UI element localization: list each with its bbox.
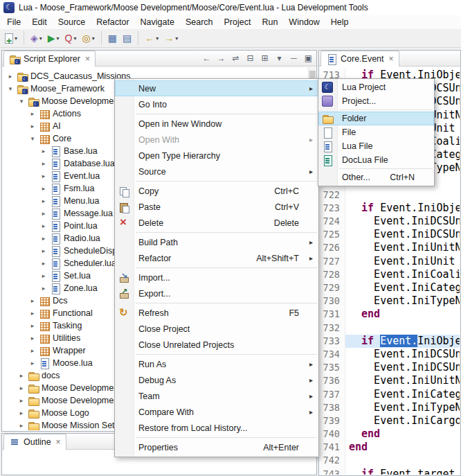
menubar-item-project[interactable]: Project	[219, 15, 257, 29]
context-menu-item-delete[interactable]: DeleteDelete	[115, 215, 318, 231]
context-menu-item-restore-from-local-history[interactable]: Restore from Local History...	[115, 420, 318, 436]
expander-icon[interactable]: ▸	[29, 335, 36, 342]
context-menu-item-import[interactable]: Import...	[115, 270, 318, 285]
expander-icon[interactable]: ▸	[18, 409, 25, 416]
tab-script-explorer[interactable]: Script Explorer	[3, 51, 96, 67]
tab-core-event[interactable]: Core.Event	[320, 51, 399, 67]
toolbar-back-button[interactable]: ←▾	[143, 30, 161, 46]
expander-icon[interactable]: ▸	[29, 123, 36, 130]
menubar-item-window[interactable]: Window	[283, 15, 325, 29]
new-submenu-item-doclua-file[interactable]: DocLua File	[318, 153, 434, 167]
close-icon[interactable]	[85, 55, 90, 63]
context-menu-item-new[interactable]: New▸	[115, 80, 318, 96]
expander-icon[interactable]: ▸	[40, 235, 47, 242]
context-menu-item-open-type-hierarchy[interactable]: Open Type Hierarchy	[115, 148, 318, 164]
new-submenu-item-other[interactable]: Other...Ctrl+N	[318, 170, 434, 184]
collapse-all-icon[interactable]: ⊟	[244, 53, 256, 64]
expander-icon[interactable]: ▸	[40, 185, 47, 192]
toolbar-new-wizard-button[interactable]: +▾	[3, 30, 19, 46]
menubar-item-run[interactable]: Run	[256, 15, 283, 29]
new-submenu-item-lua-file[interactable]: Lua File	[318, 139, 434, 153]
toolbar-coverage-button[interactable]: Q▾	[63, 30, 79, 46]
code-line[interactable]: 726 Event.IniUnitName = Event.IniDCSUnit…	[320, 241, 460, 254]
menubar-item-source[interactable]: Source	[53, 15, 91, 29]
close-icon[interactable]	[389, 55, 394, 63]
expander-icon[interactable]: ▾	[7, 85, 14, 92]
code-line[interactable]: 722	[320, 188, 460, 202]
forward-icon[interactable]: →	[215, 53, 227, 64]
code-line[interactable]: 724 Event.IniDCSUnit = Event.initiator	[320, 215, 460, 228]
expander-icon[interactable]: ▸	[40, 160, 47, 167]
code-line[interactable]: 732	[320, 321, 460, 335]
view-menu-icon[interactable]: ▾	[273, 53, 285, 64]
code-line[interactable]: 733 if Event.IniObjectCategory == Object…	[320, 335, 460, 348]
expander-icon[interactable]: ▸	[40, 285, 47, 292]
code-line[interactable]: 723 if Event.IniObjectCategory == Object…	[320, 202, 460, 215]
menubar-item-help[interactable]: Help	[325, 15, 354, 29]
toolbar-search-button[interactable]: ◎▾	[80, 30, 97, 46]
expander-icon[interactable]: ▾	[18, 98, 25, 105]
expander-icon[interactable]: ▸	[40, 197, 47, 204]
code-line[interactable]: 740 end	[320, 427, 460, 441]
new-submenu-item-lua-project[interactable]: Lua Project	[318, 80, 434, 94]
expander-icon[interactable]: ▸	[29, 310, 36, 317]
menubar-item-search[interactable]: Search	[180, 15, 219, 29]
expander-icon[interactable]: ▸	[40, 260, 47, 267]
code-line[interactable]: 728 Event.IniCoalition = Event.IniDCSUni…	[320, 268, 460, 281]
context-menu-item-refactor[interactable]: RefactorAlt+Shift+T▸	[115, 250, 318, 266]
code-line[interactable]: 725 Event.IniDCSUnitName = Event.IniDCSU…	[320, 228, 460, 241]
code-line[interactable]: 729 Event.IniCategory = Event.IniDCSUnit…	[320, 281, 460, 294]
code-line[interactable]: 727 Event.IniUnit = STATIC:FindByName( E…	[320, 255, 460, 268]
toolbar-run-button[interactable]: ▶▾	[46, 30, 62, 46]
expander-icon[interactable]: ▸	[40, 173, 47, 179]
expander-icon[interactable]: ▸	[18, 397, 25, 404]
toolbar-forward-button[interactable]: →▾	[162, 30, 180, 46]
expander-icon[interactable]: ▸	[40, 247, 47, 254]
context-menu-item-team[interactable]: Team▸	[115, 388, 318, 404]
context-menu-item-run-as[interactable]: Run As▸	[115, 356, 318, 372]
context-menu-item-export[interactable]: Export...	[115, 285, 318, 301]
new-submenu-item-folder[interactable]: Folder	[318, 112, 434, 125]
toolbar-debug-button[interactable]: ◈▾	[28, 30, 44, 46]
new-submenu-item-file[interactable]: File	[318, 125, 434, 139]
focus-view-icon[interactable]: ⊞	[259, 53, 271, 64]
close-icon[interactable]	[56, 438, 61, 446]
code-line[interactable]: 739 Event.IniCargo = CARGO:FindByName( E…	[320, 414, 460, 427]
back-icon[interactable]: ←	[201, 53, 213, 64]
expander-icon[interactable]: ▸	[18, 385, 25, 391]
toolbar-show-view-button[interactable]: ▤	[120, 30, 134, 46]
code-line[interactable]: 734 Event.IniDCSUnit = Event.initiator	[320, 348, 460, 361]
code-line[interactable]: 738 Event.IniTypeName = Event.IniDCSUnit…	[320, 401, 460, 414]
context-menu-item-copy[interactable]: CopyCtrl+C	[115, 183, 318, 199]
code-line[interactable]: 735 Event.IniDCSUnitName = Event.IniDCSU…	[320, 361, 460, 374]
code-line[interactable]: 731 end	[320, 308, 460, 321]
minimize-icon[interactable]: ─	[288, 53, 300, 64]
context-menu-item-build-path[interactable]: Build Path▸	[115, 234, 318, 250]
expander-icon[interactable]: ▸	[7, 73, 14, 80]
expander-icon[interactable]: ▸	[29, 347, 36, 354]
expander-icon[interactable]: ▸	[40, 222, 47, 229]
code-line[interactable]: 730 Event.IniTypeName = Event.IniDCSUnit…	[320, 294, 460, 308]
menubar-item-edit[interactable]: Edit	[26, 15, 53, 29]
expander-icon[interactable]: ▾	[29, 135, 36, 142]
expander-icon[interactable]: ▸	[29, 322, 36, 329]
context-menu-item-properties[interactable]: PropertiesAlt+Enter	[115, 439, 318, 455]
expander-icon[interactable]: ▸	[18, 372, 25, 379]
expander-icon[interactable]: ▸	[18, 422, 25, 429]
expander-icon[interactable]: ▸	[40, 148, 47, 155]
context-menu-item-refresh[interactable]: RefreshF5	[115, 305, 318, 321]
code-line[interactable]: 737 Event.IniCategory = Event.IniDCSUnit…	[320, 388, 460, 401]
expander-icon[interactable]: ▸	[29, 360, 36, 367]
menubar-item-file[interactable]: File	[1, 15, 26, 29]
context-menu-item-close-unrelated-projects[interactable]: Close Unrelated Projects	[115, 337, 318, 353]
code-line[interactable]: 736 Event.IniUnitName = Event.IniDCSUnit…	[320, 374, 460, 387]
context-menu-item-open-in-new-window[interactable]: Open in New Window	[115, 116, 318, 132]
context-menu-item-paste[interactable]: PasteCtrl+V	[115, 199, 318, 215]
context-menu-item-open-with[interactable]: Open With▸	[115, 132, 318, 148]
expander-icon[interactable]: ▸	[40, 272, 47, 279]
code-line[interactable]: 743 if Event.target then	[320, 468, 460, 475]
context-menu-item-debug-as[interactable]: Debug As▸	[115, 372, 318, 388]
toolbar-open-perspective-button[interactable]: ▦	[106, 30, 119, 46]
context-menu-item-source[interactable]: Source▸	[115, 164, 318, 179]
context-menu-item-go-into[interactable]: Go Into	[115, 96, 318, 112]
